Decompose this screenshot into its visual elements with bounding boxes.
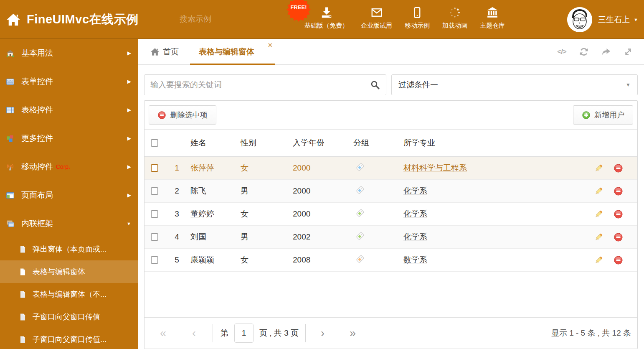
page-suffix-label: 页 , 共 3 页 <box>259 328 299 339</box>
add-user-button[interactable]: 新增用户 <box>573 105 633 125</box>
cell-gender: 女 <box>241 255 293 265</box>
table-icon <box>6 106 15 115</box>
tab-grid-edit-window[interactable]: 表格与编辑窗体 × <box>190 39 275 65</box>
tab-home[interactable]: 首页 <box>150 39 179 65</box>
nav-item-mobile-demo[interactable]: 移动示例 <box>398 0 436 39</box>
nav-item-theme-repository[interactable]: 主题仓库 <box>474 0 511 39</box>
major-link[interactable]: 化学系 <box>403 232 427 241</box>
sidebar-subitem-label: 表格与编辑窗体（不... <box>33 289 106 299</box>
app-title: FineUIMvc在线示例 <box>27 11 139 28</box>
sidebar-subitem-child-to-parent-2[interactable]: 子窗口向父窗口传值... <box>0 328 138 349</box>
tag-icon <box>355 185 365 195</box>
column-header-year[interactable]: 入学年份 <box>293 138 353 148</box>
row-checkbox[interactable] <box>151 164 158 172</box>
delete-row-icon[interactable] <box>614 232 623 242</box>
sidebar-item-form-controls[interactable]: 表单控件 ▶ <box>0 67 138 96</box>
chevron-right-icon: ▶ <box>127 50 131 56</box>
home-icon <box>6 12 21 27</box>
sidebar-item-iframe[interactable]: 内联框架 ▼ <box>0 209 138 238</box>
delete-row-icon[interactable] <box>614 255 623 265</box>
filter-dropdown[interactable]: 过滤条件一 ▼ <box>391 74 638 95</box>
page-number-input[interactable] <box>234 324 254 343</box>
edit-pencil-icon[interactable] <box>594 163 603 173</box>
major-link[interactable]: 数学系 <box>403 255 427 264</box>
app-logo[interactable]: FineUIMvc在线示例 <box>6 0 139 39</box>
delete-row-icon[interactable] <box>614 163 623 173</box>
tab-bar: 首页 表格与编辑窗体 × </> <box>138 39 644 65</box>
row-checkbox[interactable] <box>151 210 158 218</box>
column-header-major[interactable]: 所学专业 <box>403 138 591 148</box>
table-row[interactable]: 1 张萍萍 女 2000 材料科学与工程系 <box>145 157 637 180</box>
sidebar-item-more-controls[interactable]: 更多控件 ▶ <box>0 124 138 153</box>
delete-row-icon[interactable] <box>614 209 623 219</box>
row-checkbox[interactable] <box>151 187 158 195</box>
sidebar-subitem-grid-edit-window[interactable]: 表格与编辑窗体 <box>0 260 138 283</box>
expand-icon[interactable] <box>623 46 634 57</box>
username: 三生石上 <box>598 14 630 25</box>
cell-row-number: 1 <box>163 163 190 173</box>
next-page-button[interactable]: › <box>321 328 325 339</box>
table-row[interactable]: 2 陈飞 男 2000 化学系 <box>145 180 637 203</box>
refresh-icon[interactable] <box>578 46 589 57</box>
delete-row-icon[interactable] <box>614 186 623 196</box>
tab-active-underline <box>190 64 275 65</box>
cell-group <box>353 231 403 243</box>
header-nav: 基础版（免费） 企业版试用 移动示例 加载动画 主题仓库 <box>298 0 511 39</box>
tab-label: 表格与编辑窗体 <box>190 39 263 65</box>
cell-gender: 女 <box>241 209 293 219</box>
pagination-bar: « ‹ 第 页 , 共 3 页 › » 显示 1 - 5 条 , 共 12 条 <box>145 317 637 349</box>
close-icon[interactable]: × <box>268 41 272 49</box>
cell-actions <box>591 209 637 219</box>
edit-pencil-icon[interactable] <box>594 186 603 196</box>
cell-actions <box>591 186 637 196</box>
sidebar-subitem-popup-window[interactable]: 弹出窗体（本页面或... <box>0 238 138 260</box>
sidebar-subitem-label: 子窗口向父窗口传值... <box>33 334 106 344</box>
cell-group <box>353 162 403 174</box>
nav-label: 加载动画 <box>442 22 467 30</box>
window-actions: </> <box>556 39 634 65</box>
source-code-icon[interactable]: </> <box>556 46 567 57</box>
last-page-button[interactable]: » <box>350 328 356 339</box>
table-row[interactable]: 5 康颖颖 女 2008 数学系 <box>145 249 637 272</box>
major-link[interactable]: 材料科学与工程系 <box>403 163 467 172</box>
row-checkbox[interactable] <box>151 256 158 264</box>
column-header-group[interactable]: 分组 <box>353 138 403 148</box>
edit-pencil-icon[interactable] <box>594 209 603 219</box>
header-search-input[interactable] <box>180 15 282 24</box>
spinner-icon <box>449 6 461 19</box>
sidebar-item-basic-usage[interactable]: 基本用法 ▶ <box>0 39 138 67</box>
cell-year: 2000 <box>293 163 353 173</box>
sidebar-item-grid-controls[interactable]: 表格控件 ▶ <box>0 96 138 124</box>
file-icon <box>19 245 27 253</box>
nav-label: 主题仓库 <box>480 22 505 30</box>
chevron-right-icon: ▶ <box>127 107 131 113</box>
avatar <box>567 7 592 32</box>
sidebar-item-mobile-controls[interactable]: 移动控件 Corp. ▶ <box>0 153 138 181</box>
nav-item-loading-animation[interactable]: 加载动画 <box>436 0 474 39</box>
column-header-gender[interactable]: 性别 <box>241 138 293 148</box>
first-page-button[interactable]: « <box>160 328 166 339</box>
select-all-checkbox[interactable] <box>151 139 158 147</box>
search-icon[interactable] <box>370 80 380 90</box>
edit-pencil-icon[interactable] <box>594 255 603 265</box>
chevron-right-icon: ▶ <box>127 79 131 84</box>
row-checkbox[interactable] <box>151 233 158 241</box>
sidebar-subitem-grid-edit-window-2[interactable]: 表格与编辑窗体（不... <box>0 283 138 306</box>
delete-selected-button[interactable]: 删除选中项 <box>149 105 216 125</box>
prev-page-button[interactable]: ‹ <box>192 328 196 339</box>
sidebar-item-page-layout[interactable]: 页面布局 ▶ <box>0 181 138 209</box>
major-link[interactable]: 化学系 <box>403 209 427 218</box>
keyword-search-input[interactable] <box>150 80 370 89</box>
column-header-name[interactable]: 姓名 <box>190 138 241 148</box>
major-link[interactable]: 化学系 <box>403 186 427 195</box>
sidebar-subitem-child-to-parent[interactable]: 子窗口向父窗口传值 <box>0 306 138 328</box>
user-menu[interactable]: 三生石上 ▼ <box>567 0 638 39</box>
edit-pencil-icon[interactable] <box>594 232 603 242</box>
cell-row-number: 4 <box>163 232 190 242</box>
table-row[interactable]: 4 刘国 男 2002 化学系 <box>145 226 637 249</box>
nav-item-enterprise-trial[interactable]: 企业版试用 <box>355 0 398 39</box>
share-icon[interactable] <box>601 46 611 57</box>
table-row[interactable]: 3 董婷婷 女 2000 化学系 <box>145 203 637 226</box>
sidebar-item-label: 更多控件 <box>21 133 53 144</box>
sidebar-item-label: 基本用法 <box>21 48 53 59</box>
